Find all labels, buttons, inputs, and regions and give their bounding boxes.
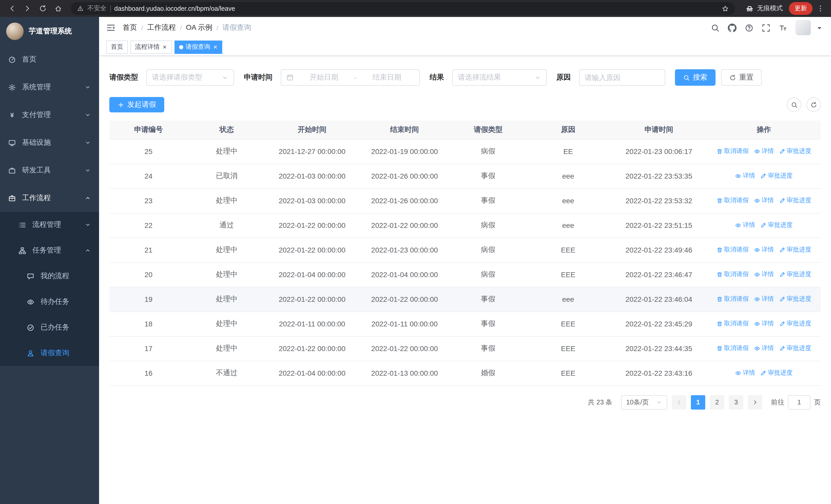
view-icon — [735, 222, 741, 228]
sidebar-collapse-icon[interactable] — [106, 23, 115, 32]
detail-link-label: 详情 — [762, 245, 774, 254]
fullscreen-icon[interactable] — [762, 23, 770, 32]
page-number-button[interactable]: 2 — [710, 395, 724, 409]
caret-down-icon[interactable] — [815, 23, 824, 32]
view-tab[interactable]: 请假查询× — [174, 40, 222, 54]
table-row: 23处理中2022-01-03 00:00:002022-01-26 00:00… — [109, 188, 821, 213]
progress-link[interactable]: 审批进度 — [779, 147, 811, 156]
detail-link-label: 详情 — [743, 369, 755, 378]
next-page-button[interactable] — [748, 395, 762, 409]
sidebar-item-system-management[interactable]: 系统管理 — [0, 73, 99, 101]
create-leave-button[interactable]: 发起请假 — [109, 97, 164, 112]
search-button[interactable]: 搜索 — [675, 69, 716, 86]
sidebar-item-workflow[interactable]: 工作流程 — [0, 184, 99, 212]
cancel-leave-link[interactable]: 取消请假 — [716, 196, 749, 205]
browser-back-button[interactable] — [5, 2, 19, 15]
detail-link[interactable]: 详情 — [754, 147, 774, 156]
status-cell: 不通过 — [188, 361, 266, 385]
table-row: 18处理中2022-01-11 00:00:002022-01-11 00:00… — [109, 312, 821, 336]
cancel-leave-link[interactable]: 取消请假 — [716, 245, 749, 254]
detail-link[interactable]: 详情 — [754, 320, 774, 328]
home-icon — [54, 5, 62, 12]
page-number-button[interactable]: 1 — [691, 395, 705, 409]
close-tab-icon[interactable]: × — [162, 43, 167, 50]
cancel-leave-link[interactable]: 取消请假 — [716, 320, 749, 328]
detail-link[interactable]: 详情 — [735, 172, 755, 180]
infra-icon — [8, 139, 16, 147]
search-icon[interactable] — [711, 23, 720, 32]
user-avatar[interactable] — [796, 20, 811, 35]
sidebar-item-task-management[interactable]: 任务管理 — [0, 238, 99, 263]
breadcrumb-item[interactable]: OA 示例 — [186, 23, 212, 32]
sidebar-item-process-management[interactable]: 流程管理 — [0, 212, 99, 238]
breadcrumb-item[interactable]: 工作流程 — [147, 23, 176, 32]
font-size-icon[interactable] — [779, 23, 787, 32]
chevron-down-icon — [85, 140, 91, 146]
detail-link[interactable]: 详情 — [754, 270, 774, 279]
progress-link[interactable]: 审批进度 — [760, 221, 793, 230]
apply-time-label: 申请时间 — [244, 73, 273, 82]
address-bar[interactable]: 不安全 dashboard.yudao.iocoder.cn/bpm/oa/le… — [71, 2, 735, 15]
column-header: 结束时间 — [358, 121, 451, 139]
reset-button[interactable]: 重置 — [721, 69, 762, 86]
apply-time-range-picker[interactable]: 开始日期 - 结束日期 — [281, 69, 420, 86]
progress-link[interactable]: 审批进度 — [779, 196, 811, 205]
progress-link[interactable]: 审批进度 — [779, 344, 811, 353]
cancel-leave-link[interactable]: 取消请假 — [716, 295, 749, 304]
prev-page-button[interactable] — [672, 395, 686, 409]
view-tab[interactable]: 首页 — [106, 40, 128, 54]
leave-type-select[interactable]: 请选择请假类型 — [146, 69, 234, 86]
progress-link[interactable]: 审批进度 — [760, 172, 793, 180]
sidebar-item-home[interactable]: 首页 — [0, 46, 99, 73]
reason-cell: EE — [525, 139, 611, 164]
start-time-cell: 2022-01-03 00:00:00 — [266, 188, 358, 213]
cancel-leave-link[interactable]: 取消请假 — [716, 147, 749, 156]
page-number-button[interactable]: 3 — [729, 395, 743, 409]
progress-link[interactable]: 审批进度 — [779, 320, 811, 328]
result-select[interactable]: 请选择流结果 — [452, 69, 547, 86]
progress-link[interactable]: 审批进度 — [779, 270, 811, 279]
progress-link[interactable]: 审批进度 — [779, 295, 811, 304]
breadcrumb-item[interactable]: 首页 — [123, 23, 137, 32]
detail-link[interactable]: 详情 — [754, 344, 774, 353]
close-tab-icon[interactable]: × — [213, 43, 218, 50]
sidebar-item-label: 待办任务 — [40, 297, 69, 306]
tab-label: 请假查询 — [185, 42, 210, 51]
detail-link[interactable]: 详情 — [754, 295, 774, 304]
cancel-leave-link[interactable]: 取消请假 — [716, 344, 749, 353]
bookmark-star-icon[interactable] — [722, 5, 729, 12]
application-id-cell: 25 — [109, 139, 188, 164]
detail-link[interactable]: 详情 — [735, 369, 755, 378]
detail-link[interactable]: 详情 — [754, 196, 774, 205]
security-label[interactable]: 不安全 — [87, 4, 107, 13]
sidebar-item-todo-task[interactable]: 待办任务 — [0, 289, 99, 315]
browser-refresh-button[interactable] — [36, 2, 49, 15]
sidebar-item-my-process[interactable]: 我的流程 — [0, 263, 99, 289]
detail-link[interactable]: 详情 — [735, 221, 755, 230]
browser-home-button[interactable] — [51, 2, 65, 15]
application-id-cell: 16 — [109, 361, 188, 385]
toggle-search-button[interactable] — [787, 97, 801, 112]
url-text[interactable]: dashboard.yudao.iocoder.cn/bpm/oa/leave — [114, 5, 718, 12]
help-icon[interactable] — [745, 23, 753, 32]
sidebar-item-leave-query[interactable]: 请假查询 — [0, 340, 99, 366]
cancel-leave-link[interactable]: 取消请假 — [716, 270, 749, 279]
progress-link[interactable]: 审批进度 — [779, 245, 811, 254]
sidebar-item-dev-tools[interactable]: 研发工具 — [0, 156, 99, 184]
detail-link[interactable]: 详情 — [754, 245, 774, 254]
sidebar-item-done-task[interactable]: 已办任务 — [0, 315, 99, 340]
progress-link[interactable]: 审批进度 — [760, 369, 793, 378]
sidebar-item-payment-management[interactable]: ¥支付管理 — [0, 101, 99, 129]
browser-menu-button[interactable] — [814, 3, 826, 14]
reason-input[interactable] — [584, 70, 660, 85]
reason-cell: EEE — [525, 336, 611, 361]
sidebar-item-label: 我的流程 — [40, 271, 69, 281]
view-tab[interactable]: 流程详情× — [131, 40, 172, 54]
browser-update-button[interactable]: 更新 — [789, 2, 812, 15]
refresh-table-button[interactable] — [806, 97, 821, 112]
page-size-select[interactable]: 10条/页 — [621, 395, 667, 409]
github-icon[interactable] — [728, 23, 737, 32]
browser-forward-button[interactable] — [21, 2, 34, 15]
goto-page-input[interactable] — [788, 395, 810, 409]
sidebar-item-infrastructure[interactable]: 基础设施 — [0, 129, 99, 156]
